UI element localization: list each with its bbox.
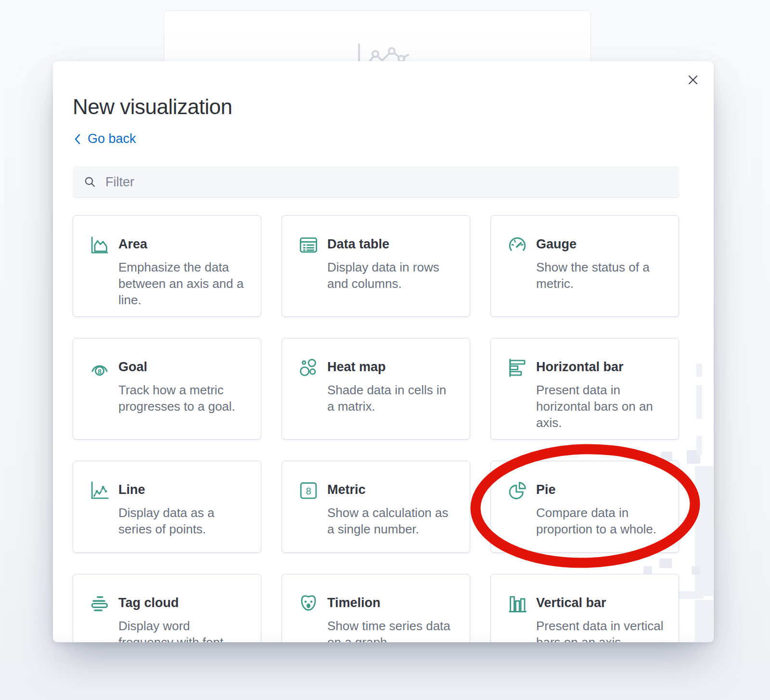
viz-card-description: Display data in rows and columns. [327, 259, 455, 292]
visualization-grid: Area Emphasize the data between an axis … [73, 215, 680, 642]
search-icon [83, 175, 97, 189]
viz-card-title: Area [118, 234, 246, 252]
filter-field [73, 166, 680, 198]
go-back-label: Go back [88, 131, 136, 146]
viz-card-horizontal-bar[interactable]: Horizontal bar Present data in horizonta… [490, 338, 679, 440]
viz-card-description: Present data in horizontal bars on an ax… [536, 382, 664, 431]
viz-card-title: Gauge [536, 234, 664, 252]
viz-card-title: Timelion [327, 593, 455, 611]
viz-card-vertical-bar[interactable]: Vertical bar Present data in vertical ba… [490, 574, 679, 642]
svg-text:8: 8 [98, 368, 102, 376]
viz-card-gauge[interactable]: Gauge Show the status of a metric. [490, 215, 679, 317]
viz-card-title: Pie [536, 480, 664, 498]
viz-card-description: Present data in vertical bars on an axis… [536, 618, 664, 642]
viz-card-description: Track how a metric progresses to a goal. [118, 382, 246, 415]
filter-input[interactable] [104, 166, 680, 198]
horizontal-bar-icon [506, 357, 528, 379]
background-artifact [695, 466, 713, 596]
background-artifact [696, 436, 702, 455]
viz-card-title: Line [118, 480, 246, 498]
viz-card-description: Show a calculation as a single number. [327, 505, 455, 537]
line-chart-icon [89, 480, 111, 502]
chevron-left-icon [74, 133, 81, 145]
viz-card-description: Display word frequency with font size. [118, 618, 246, 642]
metric-icon: 8 [297, 480, 320, 502]
viz-card-goal[interactable]: 8 Goal Track how a metric progresses to … [73, 338, 261, 440]
background-artifact [692, 566, 700, 575]
background-artifact [696, 385, 702, 419]
close-button[interactable] [685, 72, 701, 88]
viz-card-heat-map[interactable]: Heat map Shade data in cells in a matrix… [282, 338, 470, 440]
viz-card-metric[interactable]: 8 Metric Show a calculation as a single … [282, 461, 470, 553]
goal-icon: 8 [89, 357, 111, 379]
viz-card-data-table[interactable]: Data table Display data in rows and colu… [282, 215, 470, 317]
viz-card-title: Metric [327, 480, 455, 498]
viz-card-line[interactable]: Line Display data as a series of points. [73, 461, 261, 553]
tag-cloud-icon [89, 593, 111, 615]
modal-title: New visualization [73, 94, 232, 119]
data-table-icon [297, 234, 320, 256]
close-icon [687, 74, 699, 86]
vertical-bar-icon [506, 593, 528, 615]
viz-card-area[interactable]: Area Emphasize the data between an axis … [73, 215, 261, 317]
background-artifact [696, 363, 702, 377]
viz-card-description: Compare data in proportion to a whole. [536, 505, 664, 537]
viz-card-title: Goal [118, 357, 246, 375]
viz-card-title: Vertical bar [536, 593, 664, 611]
go-back-link[interactable]: Go back [74, 131, 136, 146]
heat-map-icon [297, 357, 320, 379]
viz-card-title: Data table [327, 234, 455, 252]
pie-chart-icon [506, 480, 528, 502]
viz-card-description: Emphasize the data between an axis and a… [118, 259, 246, 308]
viz-card-tag-cloud[interactable]: Tag cloud Display word frequency with fo… [73, 574, 261, 642]
viz-card-description: Display data as a series of points. [118, 505, 246, 537]
viz-card-title: Horizontal bar [536, 357, 664, 375]
background-artifact [695, 600, 713, 642]
svg-text:8: 8 [306, 486, 311, 496]
viz-card-title: Tag cloud [118, 593, 246, 611]
viz-card-description: Show the status of a metric. [536, 259, 664, 292]
timelion-icon [297, 593, 320, 615]
new-visualization-modal: New visualization Go back Area Emphasize… [53, 61, 714, 642]
viz-card-description: Shade data in cells in a matrix. [327, 382, 455, 415]
viz-card-timelion[interactable]: Timelion Show time series data on a grap… [282, 574, 470, 642]
gauge-icon [506, 234, 528, 256]
area-chart-icon [89, 234, 111, 256]
viz-card-title: Heat map [327, 357, 455, 375]
viz-card-pie[interactable]: Pie Compare data in proportion to a whol… [490, 461, 679, 553]
viz-card-description: Show time series data on a graph. [327, 618, 455, 642]
